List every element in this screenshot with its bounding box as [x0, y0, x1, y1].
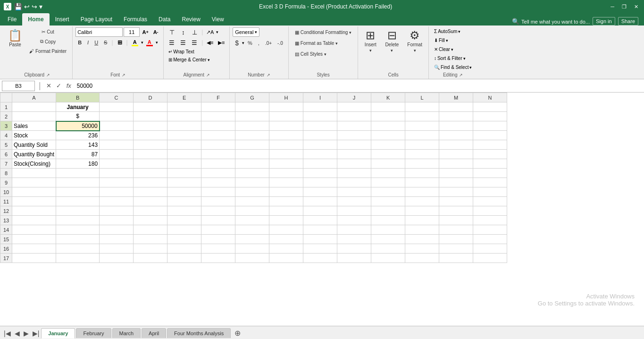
cell-L16[interactable]: [405, 244, 439, 254]
cell-C5[interactable]: [100, 140, 134, 150]
row-num-7[interactable]: 7: [0, 159, 12, 169]
cell-H8[interactable]: [269, 169, 303, 178]
cell-G12[interactable]: [235, 206, 269, 216]
font-expand-icon[interactable]: ↗: [122, 73, 125, 77]
cell-M8[interactable]: [439, 169, 473, 178]
row-num-3[interactable]: 3: [0, 121, 12, 131]
cell-C4[interactable]: [100, 131, 134, 140]
cell-M13[interactable]: [439, 216, 473, 225]
cell-H4[interactable]: [269, 131, 303, 140]
row-num-14[interactable]: 14: [0, 225, 12, 235]
wrap-text-btn[interactable]: ↵ Wrap Text: [167, 48, 196, 55]
cell-E15[interactable]: [167, 235, 201, 244]
cell-E7[interactable]: [167, 159, 201, 169]
cell-G15[interactable]: [235, 235, 269, 244]
cell-E14[interactable]: [167, 225, 201, 235]
tab-nav-next[interactable]: ▶: [22, 329, 31, 338]
row-num-10[interactable]: 10: [0, 187, 12, 197]
row-num-6[interactable]: 6: [0, 150, 12, 159]
cell-G6[interactable]: [235, 150, 269, 159]
col-header-n[interactable]: N: [473, 93, 507, 102]
cell-K2[interactable]: [371, 112, 405, 121]
cell-M4[interactable]: [439, 131, 473, 140]
cell-E6[interactable]: [167, 150, 201, 159]
cell-F16[interactable]: [201, 244, 235, 254]
cell-L13[interactable]: [405, 216, 439, 225]
col-header-c[interactable]: C: [100, 93, 134, 102]
cell-H3[interactable]: [269, 121, 303, 131]
cell-I14[interactable]: [303, 225, 337, 235]
cell-K7[interactable]: [371, 159, 405, 169]
cell-N10[interactable]: [473, 187, 507, 197]
cell-J2[interactable]: [337, 112, 371, 121]
cell-D16[interactable]: [134, 244, 167, 254]
format-btn[interactable]: ⚙ Format ▾: [404, 27, 426, 55]
cell-D11[interactable]: [134, 197, 167, 206]
cell-N2[interactable]: [473, 112, 507, 121]
cell-B2[interactable]: $: [56, 112, 100, 121]
cell-C16[interactable]: [100, 244, 134, 254]
middle-align-btn[interactable]: ↕: [178, 27, 188, 37]
cell-J3[interactable]: [337, 121, 371, 131]
bold-btn[interactable]: B: [75, 38, 84, 47]
cell-B17[interactable]: [56, 254, 100, 263]
cell-B14[interactable]: [56, 225, 100, 235]
merge-center-btn[interactable]: ⊞ Merge & Center ▾: [167, 56, 212, 63]
cell-A16[interactable]: [12, 244, 56, 254]
cell-F13[interactable]: [201, 216, 235, 225]
format-painter-btn[interactable]: 🖌 Format Painter: [26, 47, 69, 56]
fill-color-dropdown[interactable]: ▾: [141, 40, 143, 45]
cell-H11[interactable]: [269, 197, 303, 206]
cell-D6[interactable]: [134, 150, 167, 159]
row-num-17[interactable]: 17: [0, 254, 12, 263]
cell-G3[interactable]: [235, 121, 269, 131]
cell-M10[interactable]: [439, 187, 473, 197]
sheet-tab-january[interactable]: January: [41, 328, 75, 339]
cell-D17[interactable]: [134, 254, 167, 263]
cell-I3[interactable]: [303, 121, 337, 131]
cell-L15[interactable]: [405, 235, 439, 244]
undo-qat-btn[interactable]: ↩: [24, 3, 30, 10]
row-num-4[interactable]: 4: [0, 131, 12, 140]
cell-ref-input[interactable]: [2, 81, 35, 91]
cell-A5[interactable]: Quantity Sold: [12, 140, 56, 150]
cell-G4[interactable]: [235, 131, 269, 140]
cell-K6[interactable]: [371, 150, 405, 159]
cell-K17[interactable]: [371, 254, 405, 263]
row-num-5[interactable]: 5: [0, 140, 12, 150]
clear-dropdown[interactable]: ▾: [451, 47, 453, 52]
cell-L14[interactable]: [405, 225, 439, 235]
clipboard-expand-icon[interactable]: ↗: [46, 73, 50, 77]
cell-K4[interactable]: [371, 131, 405, 140]
cell-N1[interactable]: [473, 102, 507, 112]
cell-I15[interactable]: [303, 235, 337, 244]
number-format-dropdown[interactable]: General ▾: [233, 27, 259, 37]
close-btn[interactable]: ✕: [632, 3, 640, 11]
comma-btn[interactable]: ,: [256, 38, 262, 48]
cell-I10[interactable]: [303, 187, 337, 197]
formula-fx-btn[interactable]: fx: [65, 82, 73, 89]
add-sheet-btn[interactable]: ⊕: [232, 329, 243, 338]
cell-G14[interactable]: [235, 225, 269, 235]
cell-K5[interactable]: [371, 140, 405, 150]
cell-K12[interactable]: [371, 206, 405, 216]
cell-A17[interactable]: [12, 254, 56, 263]
cell-styles-btn[interactable]: ▤ Cell Styles ▾: [292, 49, 330, 59]
cell-L11[interactable]: [405, 197, 439, 206]
cell-N12[interactable]: [473, 206, 507, 216]
cell-B15[interactable]: [56, 235, 100, 244]
cell-F11[interactable]: [201, 197, 235, 206]
cell-G9[interactable]: [235, 178, 269, 187]
cell-J13[interactable]: [337, 216, 371, 225]
cell-E10[interactable]: [167, 187, 201, 197]
cell-B10[interactable]: [56, 187, 100, 197]
cell-F5[interactable]: [201, 140, 235, 150]
cell-F8[interactable]: [201, 169, 235, 178]
cell-F15[interactable]: [201, 235, 235, 244]
cell-G10[interactable]: [235, 187, 269, 197]
cell-M2[interactable]: [439, 112, 473, 121]
cell-N6[interactable]: [473, 150, 507, 159]
cell-L2[interactable]: [405, 112, 439, 121]
cell-C15[interactable]: [100, 235, 134, 244]
cell-E2[interactable]: [167, 112, 201, 121]
